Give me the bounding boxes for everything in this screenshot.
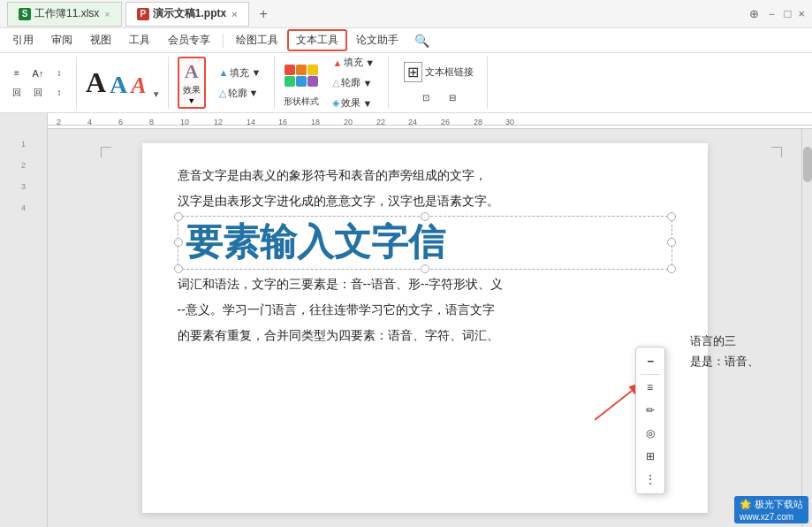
wordart-effect-btn[interactable]: A 效果 ▼ [178,57,206,109]
menu-tools[interactable]: 工具 [120,29,159,51]
main-area: 1 2 3 4 意音文字是由表义的象形符号和表音的声旁组成的文字， 汉字是由表形… [0,129,812,527]
new-tab-button[interactable]: + [253,6,275,22]
outdent-btn[interactable]: 回 [28,84,48,102]
menu-cite[interactable]: 引用 [4,29,42,51]
line-spacing-btn[interactable]: ↕ [49,84,69,102]
edit-pencil-icon: ✏ [646,404,655,416]
fill-dropdown[interactable]: ▼ [251,67,261,78]
left-panel: 1 2 3 4 [0,129,48,527]
indent-btn[interactable]: 回 [7,84,27,102]
float-minus-btn[interactable]: － [638,351,663,372]
outline-dropdown[interactable]: ▼ [249,88,259,98]
excel-close[interactable]: × [104,9,110,19]
excel-icon: S [19,8,31,20]
font-a-black[interactable]: A [86,66,106,99]
menu-text-tools[interactable]: 文本工具 [287,29,347,51]
vertical-scrollbar[interactable] [801,129,812,527]
document-area: 意音文字是由表义的象形符号和表音的声旁组成的文字， 汉字是由表形文字进化成的意意… [48,129,801,527]
effect-dropdown[interactable]: ▼ [187,96,195,105]
watermark: 🌟 极光下载站 www.xz7.com [734,496,808,523]
textbox-link-label: 文本框链接 [425,65,474,79]
menu-view[interactable]: 视图 [81,29,120,51]
handle-mr[interactable] [667,238,676,247]
handle-tm[interactable] [421,212,429,221]
ruler: 2 4 6 8 10 12 14 16 18 20 22 24 26 28 30 [0,113,812,129]
watermark-text: 极光下载站 [755,499,803,509]
minimize-button[interactable]: － [766,6,778,22]
float-divider1 [641,374,660,375]
handle-br[interactable] [667,264,676,273]
font-a-blue[interactable]: A [110,71,127,99]
menu-vip[interactable]: 会员专享 [159,29,219,51]
shape-fill-btn[interactable]: ▲ 填充 ▼ [326,53,381,72]
float-fill-btn[interactable]: ◎ [638,423,663,444]
doc-text-3: 词汇和语法，文字的三要素是：音--语音、形--字符形状、义 [178,273,672,295]
shape-fill-label: 填充 [344,56,363,69]
font-style-dropdown[interactable]: ▼ [152,89,161,99]
float-align-btn[interactable]: ≡ [638,377,663,398]
doc-text-3a: 词汇和语法，文字的三要素是：音--语音、形--字符形状、义 [178,273,504,295]
float-edit-btn[interactable]: ✏ [638,400,663,421]
shape-fill-dropdown[interactable]: ▼ [365,57,375,68]
textbox-btn1[interactable]: ⊡ [414,88,438,106]
text-fill-btn[interactable]: ▲ 填充 ▼ [213,64,268,82]
maximize-button[interactable]: □ [785,7,792,20]
ppt-tab[interactable]: P 演示文稿1.pptx × [125,2,249,27]
text-outline-btn[interactable]: △ 轮廓 ▼ [213,84,268,103]
handle-bl[interactable] [174,264,183,273]
ruler-scale: 2 4 6 8 10 12 14 16 18 20 22 24 26 28 30 [48,113,812,129]
ppt-tab-label: 演示文稿1.pptx [153,6,226,21]
menu-sep1 [223,34,224,48]
handle-ml[interactable] [174,238,183,247]
close-button[interactable]: × [798,7,805,20]
search-icon[interactable]: 🔍 [414,34,429,48]
doc-text-5: 的要素有重复，合并同类型为四要素：语音、字符、词汇、 [178,325,672,347]
toolbar-left-controls: ≡ A↑ ↕ 回 回 ↕ [7,57,77,109]
font-a-red[interactable]: A [131,73,146,99]
shape-fill-icon: ▲ [332,57,342,68]
shape-outline-dropdown[interactable]: ▼ [362,78,372,88]
textbox-icon: ⊞ [404,62,422,82]
ppt-close[interactable]: × [231,9,237,19]
menu-thesis[interactable]: 论文助手 [347,29,407,51]
doc-text-1: 意音文字是由表义的象形符号和表音的声旁组成的文字， [178,164,672,187]
pin-icon[interactable]: ⊕ [749,7,759,20]
toolbar-textbox-link: ⊞ 文本框链接 ⊡ ⊟ [391,57,488,109]
title-bar: S 工作簿11.xlsx × P 演示文稿1.pptx × + ⊕ － □ × [0,0,812,28]
toolbar-shape-effects: 形状样式 ▲ 填充 ▼ △ 轮廓 ▼ ◈ 效果 ▼ [277,57,389,109]
shape-effect-dropdown[interactable]: ▼ [362,98,372,109]
font-size-up-btn[interactable]: A↑ [28,65,48,82]
handle-tl[interactable] [174,212,183,221]
outline-icon: △ [219,88,226,99]
shape-outline-icon: △ [332,77,339,88]
textbox-content: 要素输入文字信 [186,222,664,263]
shape-styles-btn[interactable] [284,58,319,94]
float-more-btn[interactable]: ⋮ [638,469,663,490]
shape-effect-icon: ◈ [332,97,339,109]
float-layout-btn[interactable]: ⊞ [638,446,663,467]
scroll-thumb[interactable] [803,147,812,182]
toolbar-fonts: A A A ▼ [79,57,169,109]
side-text-2: 是是：语音、 [690,351,759,371]
side-text-1: 语言的三 [690,331,759,351]
watermark-logo: 🌟 [740,499,752,509]
big-blue-text: 要素输入文字信 [186,222,664,263]
textbox-btn2[interactable]: ⊟ [440,88,465,106]
wordart-a-icon: A [185,60,199,83]
fill-icon: ▲ [219,67,229,78]
more-icon: ⋮ [645,473,656,485]
effect-label: 效果 [183,84,201,96]
excel-tab[interactable]: S 工作簿11.xlsx × [7,2,122,27]
handle-tr[interactable] [667,212,676,221]
shape-effect-btn[interactable]: ◈ 效果 ▼ [326,94,381,112]
textbox-link-btn[interactable]: ⊞ 文本框链接 [398,59,480,85]
list-btn[interactable]: ≡ [7,65,27,82]
selected-textbox[interactable]: 要素输入文字信 [178,216,672,269]
menu-draw-tools[interactable]: 绘图工具 [227,29,287,51]
shape-outline-btn[interactable]: △ 轮廓 ▼ [326,73,381,92]
layout-icon: ⊞ [646,450,655,462]
spacing-btn[interactable]: ↕ [49,65,69,82]
corner-tl [101,147,111,157]
menu-review[interactable]: 审阅 [42,29,81,51]
handle-bm[interactable] [421,264,429,273]
